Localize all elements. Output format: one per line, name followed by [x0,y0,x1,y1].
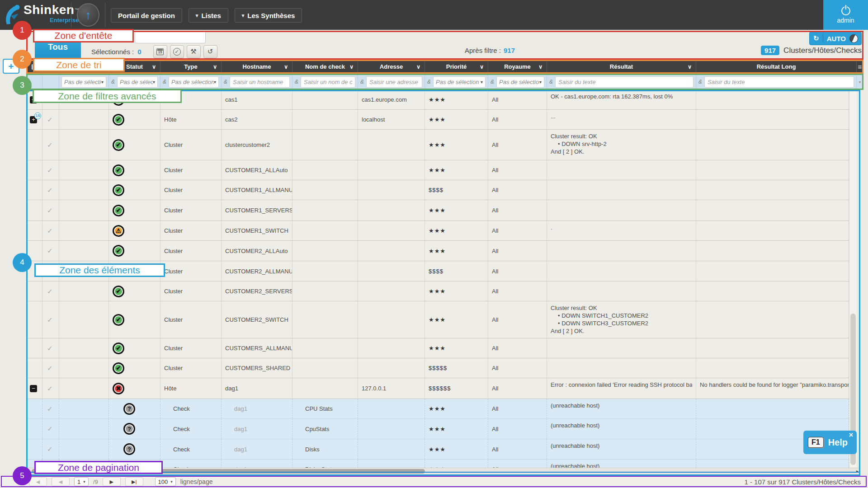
help-button[interactable]: F1 Help × [803,431,857,454]
next-page-button[interactable]: ▶ [103,477,121,486]
row-checkbox-icon[interactable]: ✓ [47,425,53,433]
column-header-expandall[interactable]: ⊞ [26,60,42,74]
table-row[interactable]: ✓✔ClusterCUSTOMERS_SHARED$$$$$All [26,358,849,378]
filter-select-royaume[interactable]: Pas de sélection▾ [496,76,544,88]
cell-select[interactable]: ✓ [42,130,59,160]
column-header-biz[interactable] [59,60,109,74]
table-row[interactable]: ✓?Checkdag1Disks★★★All(unreachable host) [26,439,849,460]
filter-input-resultatlong[interactable] [704,76,854,88]
cell-select[interactable]: ✓ [42,180,59,200]
table-row[interactable]: ✓✔Clusterclustercustomer2★★★AllCluster r… [26,130,849,160]
row-checkbox-icon[interactable]: ✓ [47,227,53,235]
undo-button[interactable]: ↺ [203,45,217,58]
page-select[interactable]: 1 ▾ [74,477,89,486]
filter-input-hostname[interactable] [230,76,290,88]
filter-select-priorite[interactable]: Pas de sélection▾ [433,76,486,88]
row-checkbox-icon[interactable]: ✓ [47,445,53,453]
table-row[interactable]: +✓✔Hôtecas1cas1.europe.com★★★AllOK - cas… [26,90,849,110]
table-row[interactable]: ✓?Checkdag1CpuStats★★★All(unreachable ho… [26,419,849,439]
first-page-button[interactable]: ◀ [29,477,47,486]
cell-select[interactable]: ✓ [42,460,59,468]
tab-tous[interactable]: Tous [35,33,81,60]
search-input[interactable] [135,31,206,43]
row-checkbox-icon[interactable]: ✓ [47,316,53,324]
expand-icon[interactable]: +15 [30,116,37,123]
cell-select[interactable]: ✓ [42,160,59,180]
column-header-hostname[interactable]: Hostname∨ [222,60,292,74]
column-header-nomcheck[interactable]: Nom de check∨ [292,60,358,74]
cell-select[interactable]: ✓ [42,378,59,399]
row-checkbox-icon[interactable]: ✓ [47,186,53,194]
expand-icon[interactable]: + [30,96,37,103]
row-checkbox-icon[interactable]: ✓ [47,344,53,352]
row-checkbox-icon[interactable]: ✓ [47,287,53,296]
vertical-scrollbar[interactable] [849,90,857,468]
filter-select-biz[interactable]: Pas de sélection▾ [61,76,106,88]
table-row[interactable]: ✓✔ClusterCUSTOMER2_ALLAuto★★★All [26,241,849,261]
row-checkbox-icon[interactable]: ✓ [47,166,53,174]
check-circle-button[interactable]: ✓ [170,45,184,58]
last-page-button[interactable]: ▶| [125,477,143,486]
cell-select[interactable]: ✓ [42,261,59,281]
filter-input-resultat[interactable] [555,76,693,88]
row-checkbox-icon[interactable]: ✓ [47,247,53,255]
close-icon[interactable]: × [849,431,853,439]
table-row[interactable]: ✓✔ClusterCUSTOMER1_ALLMANU$$$$All [26,180,849,200]
row-checkbox-icon[interactable]: ✓ [47,206,53,215]
scroll-right-icon[interactable]: ▸ [856,469,859,474]
tools-button[interactable]: ⚒ [187,45,201,58]
table-row[interactable]: ✓✔ClusterCUSTOMER2_SWITCH★★★AllCluster r… [26,301,849,338]
auto-refresh-button[interactable]: ↻ AUTO [809,32,862,45]
table-row[interactable]: ✓?Checkdag1CPU Stats★★★All(unreachable h… [26,399,849,419]
filter-input-adresse[interactable] [366,76,422,88]
table-row[interactable]: ✓✔ClusterCUSTOMER2_SERVERS★★★All [26,282,849,301]
previous-page-button[interactable]: ◀ [52,477,70,486]
cell-select[interactable]: ✓ [42,282,59,301]
menu-portail-de-gestion[interactable]: Portail de gestion [111,8,182,23]
collapse-icon[interactable]: − [30,385,37,392]
cell-select[interactable]: ✓ [42,221,59,240]
row-checkbox-icon[interactable]: ✓ [47,96,53,104]
column-header-resultatlong[interactable]: Résultat Long [696,60,857,74]
horizontal-scrollbar-thumb[interactable] [32,469,425,474]
filter-select-statut[interactable]: Pas de sélection▾ [117,76,158,88]
table-row[interactable]: −✓✖Hôtedag1127.0.0.1$$$$$$AllError : con… [26,378,849,399]
column-header-royaume[interactable]: Royaume∨ [488,60,547,74]
table-row[interactable]: ✓✔ClusterCUSTOMER1_ALLAuto★★★All [26,160,849,180]
row-checkbox-icon[interactable]: ✓ [47,141,53,149]
cell-select[interactable]: ✓ [42,241,59,261]
column-header-select[interactable] [42,60,59,74]
cell-select[interactable]: ✓ [42,301,59,338]
column-header-statut[interactable]: Statut∨ [109,60,160,74]
cell-select[interactable]: ✓ [42,358,59,378]
admin-user-button[interactable]: admin [823,0,868,30]
table-row[interactable]: ✓?Checkdag1Disks Stats★★★All(unreachable… [26,460,849,468]
add-tab-button[interactable]: + [3,59,19,74]
cell-select[interactable]: ✓ [42,90,59,109]
row-checkbox-icon[interactable]: ✓ [47,364,53,372]
cell-select[interactable]: ✓ [42,338,59,358]
home-up-button[interactable]: ↑ [77,3,99,27]
table-row[interactable]: ✓✔ClusterCUSTOMER2_ALLMANU$$$$All [26,261,849,282]
table-row[interactable]: ✓✔ClusterCUSTOMER1_SERVERS★★★All [26,200,849,221]
column-header-type[interactable]: Type∨ [160,60,222,74]
filter-select-type[interactable]: Pas de sélection▾ [169,76,219,88]
table-row[interactable]: +15✓✔Hôtecas2localhost★★★All... [26,110,849,130]
column-menu-icon[interactable]: ≡ [858,63,862,70]
row-checkbox-icon[interactable]: ✓ [47,267,53,275]
calendar-button[interactable]: 15 [153,45,167,58]
row-checkbox-icon[interactable]: ✓ [47,116,53,124]
table-row[interactable]: ✓✔ClusterCUSTOMERS_ALLMANU★★★All [26,338,849,358]
horizontal-scrollbar[interactable]: ▸ [26,468,860,474]
column-header-resultat[interactable]: Résultat∨ [547,60,696,74]
auto-toggle-icon[interactable] [849,34,858,43]
table-row[interactable]: ✓⚠ClusterCUSTOMER1_SWITCH★★★All. [26,221,849,241]
filter-input-nomcheck[interactable] [301,76,355,88]
cell-select[interactable]: ✓ [42,110,59,129]
cell-select[interactable]: ✓ [42,200,59,221]
cell-select[interactable]: ✓ [42,439,59,459]
cell-select[interactable]: ✓ [42,419,59,439]
row-checkbox-icon[interactable]: ✓ [47,405,53,413]
rows-per-page-select[interactable]: 100 ▾ [155,477,176,486]
cell-select[interactable]: ✓ [42,399,59,418]
